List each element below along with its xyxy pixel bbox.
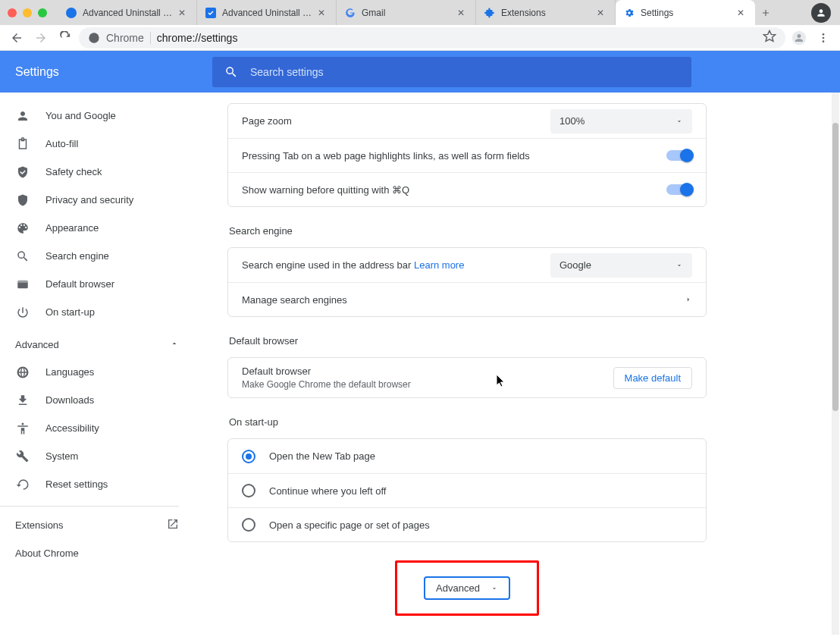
extension-icon [484, 7, 496, 19]
row-label: Show warning before quitting with ⌘Q [242, 184, 666, 196]
sidebar-label: Extensions [15, 519, 64, 531]
make-default-button[interactable]: Make default [613, 367, 692, 389]
row-label: Search engine used in the address bar Le… [242, 259, 550, 271]
minimize-window-button[interactable] [23, 8, 32, 17]
sidebar-item-appearance[interactable]: Appearance [0, 214, 194, 242]
startup-option-1[interactable]: Open the New Tab page [228, 439, 706, 473]
tab-0[interactable]: Advanced Uninstall Ma ✕ [58, 0, 197, 25]
sidebar-item-you[interactable]: You and Google [0, 102, 194, 130]
close-tab-icon[interactable]: ✕ [597, 8, 607, 18]
divider [0, 506, 179, 507]
close-tab-icon[interactable]: ✕ [178, 8, 189, 18]
profile-button[interactable] [788, 27, 810, 49]
option-label: Open a specific page or set of pages [269, 519, 430, 531]
svg-point-9 [22, 422, 24, 425]
sidebar-item-languages[interactable]: Languages [0, 358, 194, 386]
sidebar-item-about[interactable]: About Chrome [0, 539, 194, 567]
back-button[interactable] [6, 27, 27, 49]
site-info-icon[interactable] [88, 32, 100, 44]
clipboard-icon [15, 136, 30, 152]
sidebar-item-downloads[interactable]: Downloads [0, 386, 194, 414]
close-tab-icon[interactable]: ✕ [737, 8, 748, 18]
row-search-engine: Search engine used in the address bar Le… [228, 248, 706, 282]
sidebar-label: Appearance [45, 222, 99, 234]
sidebar-label: Privacy and security [45, 194, 133, 206]
sidebar-label: Accessibility [45, 422, 99, 434]
chevron-up-icon [170, 339, 179, 350]
gear-icon [623, 7, 635, 19]
browser-toolbar: Chrome chrome://settings [0, 25, 840, 51]
reload-button[interactable] [55, 27, 76, 49]
settings-search-input[interactable] [250, 66, 679, 78]
sidebar-label: Safety check [45, 166, 102, 177]
chevron-down-icon [675, 118, 683, 125]
sidebar-item-reset[interactable]: Reset settings [0, 470, 194, 498]
sidebar-item-system[interactable]: System [0, 442, 194, 470]
sidebar-item-default-browser[interactable]: Default browser [0, 270, 194, 298]
download-icon [15, 393, 30, 408]
quit-warning-toggle[interactable] [666, 184, 692, 195]
sidebar-item-extensions[interactable]: Extensions [0, 511, 194, 539]
tab-label: Advanced Uninstall Ma [222, 8, 312, 18]
row-label-group: Default browser Make Google Chrome the d… [242, 366, 613, 390]
sidebar-label: Reset settings [45, 479, 108, 490]
sidebar-item-accessibility[interactable]: Accessibility [0, 414, 194, 442]
close-tab-icon[interactable]: ✕ [318, 8, 328, 18]
wrench-icon [15, 449, 30, 464]
restore-icon [15, 477, 30, 492]
scrollbar-thumb[interactable] [832, 123, 838, 411]
close-tab-icon[interactable]: ✕ [457, 8, 468, 18]
sidebar-label: System [45, 450, 78, 462]
card-appearance-partial: Page zoom 100% Pressing Tab on a web pag… [227, 103, 707, 207]
tab-4-active[interactable]: Settings ✕ [616, 0, 755, 25]
favicon-icon [205, 7, 217, 19]
tab-strip: Advanced Uninstall Ma ✕ Advanced Uninsta… [58, 0, 805, 25]
sidebar-item-privacy[interactable]: Privacy and security [0, 186, 194, 214]
maximize-window-button[interactable] [38, 8, 47, 17]
chevron-down-icon [491, 585, 498, 592]
sidebar-label: Default browser [45, 278, 114, 290]
separator [150, 32, 151, 44]
profile-avatar[interactable] [811, 3, 831, 23]
section-on-startup: On start-up [229, 416, 707, 428]
sidebar-item-safety[interactable]: Safety check [0, 158, 194, 186]
svg-point-6 [823, 40, 825, 42]
card-search-engine: Search engine used in the address bar Le… [227, 247, 707, 317]
new-tab-button[interactable] [755, 0, 776, 25]
tab-1[interactable]: Advanced Uninstall Ma ✕ [197, 0, 337, 25]
tab-2[interactable]: Gmail ✕ [337, 0, 476, 25]
svg-point-4 [823, 33, 825, 36]
settings-search[interactable] [212, 57, 691, 87]
select-value: Google [559, 259, 591, 271]
radio-icon [242, 450, 255, 463]
tab-3[interactable]: Extensions ✕ [476, 0, 616, 25]
forward-button[interactable] [30, 27, 52, 49]
bookmark-star-icon[interactable] [763, 30, 776, 46]
sidebar-item-startup[interactable]: On start-up [0, 298, 194, 326]
favicon-icon [344, 7, 356, 19]
advanced-button[interactable]: Advanced [424, 576, 510, 600]
row-manage-search[interactable]: Manage search engines [228, 282, 706, 316]
search-engine-select[interactable]: Google [550, 253, 692, 278]
startup-option-2[interactable]: Continue where you left off [228, 473, 706, 507]
power-icon [15, 305, 30, 320]
menu-button[interactable] [813, 27, 834, 49]
svg-point-5 [823, 36, 825, 39]
option-label: Continue where you left off [269, 485, 386, 497]
sidebar-advanced-toggle[interactable]: Advanced [0, 331, 194, 358]
option-label: Open the New Tab page [269, 450, 375, 462]
address-bar[interactable]: Chrome chrome://settings [79, 27, 785, 49]
card-on-startup: Open the New Tab page Continue where you… [227, 438, 707, 542]
row-default-browser: Default browser Make Google Chrome the d… [228, 358, 706, 397]
tab-highlight-toggle[interactable] [666, 150, 692, 161]
shield-check-icon [15, 165, 30, 180]
search-icon [15, 249, 30, 264]
close-window-button[interactable] [8, 8, 17, 17]
sidebar-label: About Chrome [15, 548, 79, 559]
scrollbar[interactable] [832, 93, 839, 635]
sidebar-item-search[interactable]: Search engine [0, 242, 194, 270]
learn-more-link[interactable]: Learn more [414, 259, 464, 271]
sidebar-item-autofill[interactable]: Auto-fill [0, 130, 194, 158]
startup-option-3[interactable]: Open a specific page or set of pages [228, 507, 706, 541]
page-zoom-select[interactable]: 100% [550, 109, 692, 133]
